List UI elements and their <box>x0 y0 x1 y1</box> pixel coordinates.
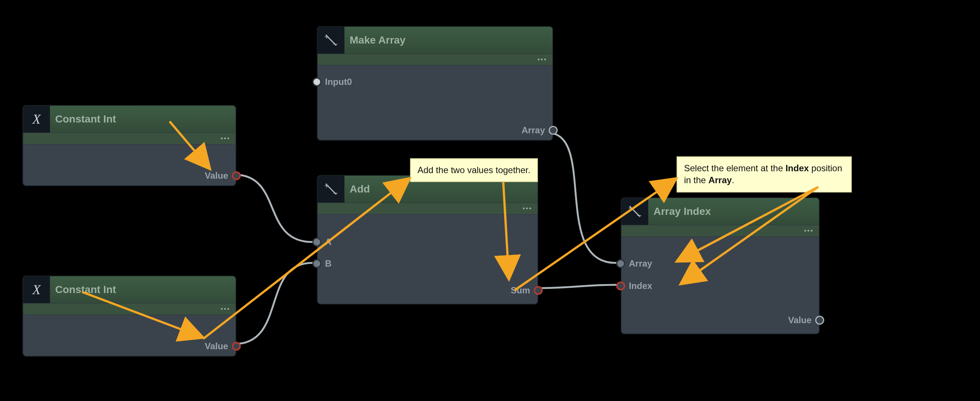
port-label: Value <box>205 341 228 352</box>
port-label: Array <box>522 125 545 136</box>
port-label: A <box>325 237 331 247</box>
node-title: Constant Int <box>50 106 235 133</box>
node-header: X Constant Int <box>23 106 235 133</box>
input-port-a[interactable]: A <box>312 237 331 247</box>
node-header: +− Make Array <box>318 27 552 54</box>
node-title: Constant Int <box>50 276 235 303</box>
pin-icon[interactable] <box>312 238 321 246</box>
pin-icon[interactable] <box>616 282 625 290</box>
port-label: B <box>325 258 331 269</box>
plus-minus-icon: +− <box>621 198 648 225</box>
tooltip-add: Add the two values together. <box>410 158 538 182</box>
plus-minus-icon: +− <box>318 27 344 54</box>
pin-icon[interactable] <box>232 342 241 351</box>
node-header: +− Array Index <box>621 198 819 225</box>
output-port-value[interactable]: Value <box>205 341 241 352</box>
node-menu-bar[interactable]: ••• <box>23 133 235 144</box>
input-port-array[interactable]: Array <box>616 258 652 269</box>
pin-icon[interactable] <box>616 259 625 268</box>
port-label: Index <box>629 281 652 291</box>
pin-icon[interactable] <box>815 316 824 325</box>
node-header: X Constant Int <box>23 276 235 303</box>
wire-const1-to-add-a <box>234 174 312 242</box>
node-graph-canvas[interactable]: X Constant Int ••• Value X Constant Int … <box>0 0 980 401</box>
pin-icon[interactable] <box>534 286 543 295</box>
plus-minus-icon: +− <box>318 176 344 203</box>
node-title: Make Array <box>344 27 552 54</box>
port-label: Sum <box>511 285 530 296</box>
wire-const2-to-add-b <box>234 263 312 344</box>
node-menu-bar[interactable]: ••• <box>621 225 819 237</box>
wire-add-sum-to-arrayindex-index <box>534 285 616 288</box>
more-icon[interactable]: ••• <box>804 228 814 234</box>
port-label: Input0 <box>325 77 352 87</box>
more-icon[interactable]: ••• <box>221 135 231 142</box>
pin-icon[interactable] <box>312 78 321 86</box>
node-title: Array Index <box>648 198 819 225</box>
pin-icon[interactable] <box>232 171 241 180</box>
x-icon: X <box>23 276 50 303</box>
node-constant-int-1[interactable]: X Constant Int ••• Value <box>22 105 236 186</box>
node-constant-int-2[interactable]: X Constant Int ••• Value <box>22 276 236 357</box>
more-icon[interactable]: ••• <box>221 306 231 312</box>
port-label: Value <box>788 315 811 325</box>
output-port-value[interactable]: Value <box>205 171 241 181</box>
output-port-array[interactable]: Array <box>522 125 558 136</box>
x-icon: X <box>23 106 50 133</box>
pin-icon[interactable] <box>549 126 558 135</box>
node-menu-bar[interactable]: ••• <box>318 54 552 65</box>
input-port-b[interactable]: B <box>312 258 331 269</box>
tooltip-array-index: Select the element at the Index position… <box>676 156 852 192</box>
node-make-array[interactable]: +− Make Array ••• Input0 Array <box>317 26 553 141</box>
wire-makearray-to-arrayindex-array <box>548 133 616 263</box>
pin-icon[interactable] <box>312 259 321 268</box>
port-label: Array <box>629 258 652 269</box>
node-menu-bar[interactable]: ••• <box>23 303 235 315</box>
node-menu-bar[interactable]: ••• <box>318 203 538 214</box>
node-add[interactable]: +− Add ••• A B Sum <box>317 175 538 304</box>
more-icon[interactable]: ••• <box>523 205 532 212</box>
output-port-sum[interactable]: Sum <box>511 285 543 296</box>
input-port-index[interactable]: Index <box>616 281 652 291</box>
output-port-value[interactable]: Value <box>788 315 824 325</box>
node-array-index[interactable]: +− Array Index ••• Array Index Value <box>620 197 820 334</box>
port-label: Value <box>205 171 228 181</box>
input-port-input0[interactable]: Input0 <box>312 77 352 87</box>
more-icon[interactable]: ••• <box>538 56 547 63</box>
